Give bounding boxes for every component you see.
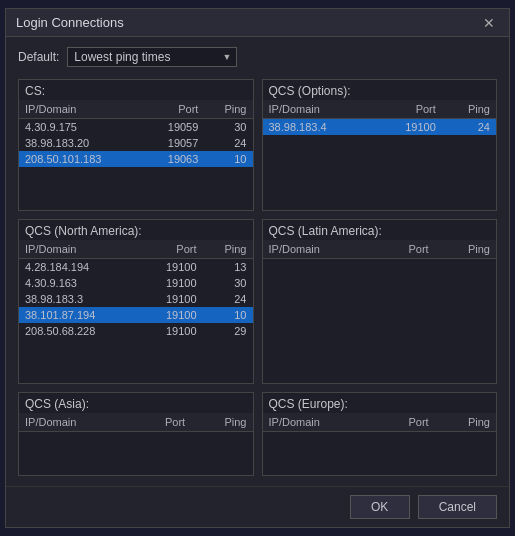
- col-header-ping: Ping: [191, 413, 252, 432]
- panel-cs: CS:IP/DomainPortPing4.30.9.175190593038.…: [18, 79, 254, 211]
- cell-port: 19100: [140, 275, 203, 291]
- table-qcs-europe: IP/DomainPortPing: [263, 413, 497, 432]
- table-cs: IP/DomainPortPing4.30.9.175190593038.98.…: [19, 100, 253, 167]
- panel-title-qcs-asia: QCS (Asia):: [19, 393, 253, 413]
- col-header-port: Port: [374, 100, 442, 119]
- table-row[interactable]: 4.30.9.1631910030: [19, 275, 253, 291]
- table-wrapper-cs: IP/DomainPortPing4.30.9.175190593038.98.…: [19, 100, 253, 210]
- ok-button[interactable]: OK: [350, 495, 410, 519]
- login-connections-dialog: Login Connections ✕ Default: Lowest ping…: [5, 8, 510, 528]
- panels-grid: CS:IP/DomainPortPing4.30.9.175190593038.…: [18, 79, 497, 476]
- col-header-ip/domain: IP/Domain: [263, 240, 377, 259]
- table-qcs-la: IP/DomainPortPing: [263, 240, 497, 259]
- panel-title-qcs-options: QCS (Options):: [263, 80, 497, 100]
- col-header-port: Port: [377, 413, 435, 432]
- col-header-ip/domain: IP/Domain: [19, 240, 140, 259]
- cell-ping: 29: [203, 323, 253, 339]
- table-scroll-cs[interactable]: IP/DomainPortPing4.30.9.175190593038.98.…: [19, 100, 253, 210]
- default-row: Default: Lowest ping timesFirst in listM…: [18, 47, 497, 67]
- panel-qcs-asia: QCS (Asia):IP/DomainPortPing: [18, 392, 254, 476]
- table-row[interactable]: 208.50.101.1831906310: [19, 151, 253, 167]
- panel-title-qcs-la: QCS (Latin America):: [263, 220, 497, 240]
- cell-ping: 30: [203, 275, 253, 291]
- table-scroll-qcs-europe[interactable]: IP/DomainPortPing: [263, 413, 497, 475]
- table-wrapper-qcs-na: IP/DomainPortPing4.28.184.19419100134.30…: [19, 240, 253, 382]
- title-bar: Login Connections ✕: [6, 9, 509, 37]
- dialog-title: Login Connections: [16, 15, 124, 30]
- cell-ping: 24: [204, 135, 252, 151]
- col-header-ping: Ping: [442, 100, 496, 119]
- table-wrapper-qcs-la: IP/DomainPortPing: [263, 240, 497, 382]
- table-row[interactable]: 38.98.183.41910024: [263, 119, 497, 136]
- cell-ping: 30: [204, 119, 252, 136]
- col-header-ip/domain: IP/Domain: [19, 100, 144, 119]
- table-wrapper-qcs-europe: IP/DomainPortPing: [263, 413, 497, 475]
- cell-ip: 38.98.183.20: [19, 135, 144, 151]
- table-scroll-qcs-la[interactable]: IP/DomainPortPing: [263, 240, 497, 360]
- table-scroll-qcs-na[interactable]: IP/DomainPortPing4.28.184.19419100134.30…: [19, 240, 253, 350]
- default-select[interactable]: Lowest ping timesFirst in listManual: [67, 47, 237, 67]
- panel-qcs-la: QCS (Latin America):IP/DomainPortPing: [262, 219, 498, 383]
- col-header-port: Port: [377, 240, 435, 259]
- cell-port: 19100: [140, 291, 203, 307]
- panel-title-qcs-na: QCS (North America):: [19, 220, 253, 240]
- table-row[interactable]: 38.98.183.31910024: [19, 291, 253, 307]
- cell-ping: 10: [204, 151, 252, 167]
- table-row[interactable]: 38.101.87.1941910010: [19, 307, 253, 323]
- cell-port: 19063: [144, 151, 204, 167]
- cell-port: 19100: [140, 307, 203, 323]
- dialog-body: Default: Lowest ping timesFirst in listM…: [6, 37, 509, 486]
- cell-ping: 24: [203, 291, 253, 307]
- table-wrapper-qcs-options: IP/DomainPortPing38.98.183.41910024: [263, 100, 497, 210]
- table-wrapper-qcs-asia: IP/DomainPortPing: [19, 413, 253, 475]
- col-header-port: Port: [133, 413, 191, 432]
- close-button[interactable]: ✕: [479, 16, 499, 30]
- table-scroll-qcs-options[interactable]: IP/DomainPortPing38.98.183.41910024: [263, 100, 497, 210]
- cell-ip: 4.28.184.194: [19, 259, 140, 276]
- table-row[interactable]: 38.98.183.201905724: [19, 135, 253, 151]
- panel-qcs-na: QCS (North America):IP/DomainPortPing4.2…: [18, 219, 254, 383]
- cell-port: 19100: [140, 259, 203, 276]
- table-qcs-options: IP/DomainPortPing38.98.183.41910024: [263, 100, 497, 135]
- col-header-ping: Ping: [435, 240, 496, 259]
- cell-ip: 38.98.183.4: [263, 119, 375, 136]
- cell-ping: 13: [203, 259, 253, 276]
- col-header-port: Port: [140, 240, 203, 259]
- default-select-wrapper: Lowest ping timesFirst in listManual: [67, 47, 237, 67]
- col-header-ip/domain: IP/Domain: [19, 413, 133, 432]
- cell-ip: 38.101.87.194: [19, 307, 140, 323]
- panel-qcs-options: QCS (Options):IP/DomainPortPing38.98.183…: [262, 79, 498, 211]
- table-row[interactable]: 4.30.9.1751905930: [19, 119, 253, 136]
- cell-port: 19100: [374, 119, 442, 136]
- col-header-ping: Ping: [204, 100, 252, 119]
- panel-title-cs: CS:: [19, 80, 253, 100]
- table-qcs-na: IP/DomainPortPing4.28.184.19419100134.30…: [19, 240, 253, 339]
- panel-title-qcs-europe: QCS (Europe):: [263, 393, 497, 413]
- panel-qcs-europe: QCS (Europe):IP/DomainPortPing: [262, 392, 498, 476]
- table-qcs-asia: IP/DomainPortPing: [19, 413, 253, 432]
- cell-ip: 208.50.101.183: [19, 151, 144, 167]
- col-header-ip/domain: IP/Domain: [263, 413, 377, 432]
- col-header-ping: Ping: [435, 413, 496, 432]
- cancel-button[interactable]: Cancel: [418, 495, 497, 519]
- table-scroll-qcs-asia[interactable]: IP/DomainPortPing: [19, 413, 253, 475]
- cell-ping: 10: [203, 307, 253, 323]
- table-row[interactable]: 4.28.184.1941910013: [19, 259, 253, 276]
- cell-port: 19100: [140, 323, 203, 339]
- cell-ip: 4.30.9.175: [19, 119, 144, 136]
- cell-port: 19057: [144, 135, 204, 151]
- cell-ip: 38.98.183.3: [19, 291, 140, 307]
- cell-ip: 4.30.9.163: [19, 275, 140, 291]
- col-header-ping: Ping: [203, 240, 253, 259]
- col-header-port: Port: [144, 100, 204, 119]
- col-header-ip/domain: IP/Domain: [263, 100, 375, 119]
- default-label: Default:: [18, 50, 59, 64]
- dialog-footer: OK Cancel: [6, 486, 509, 527]
- table-row[interactable]: 208.50.68.2281910029: [19, 323, 253, 339]
- cell-port: 19059: [144, 119, 204, 136]
- cell-ping: 24: [442, 119, 496, 136]
- cell-ip: 208.50.68.228: [19, 323, 140, 339]
